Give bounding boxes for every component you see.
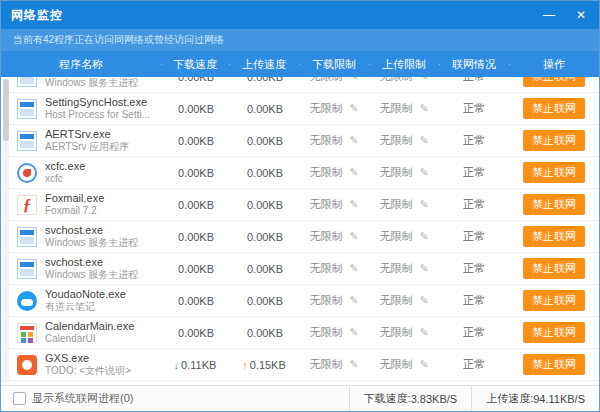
process-description: Windows 服务主进程 [45, 77, 138, 89]
scrollbar[interactable] [3, 79, 9, 383]
operation-cell: 禁止联网 [509, 354, 599, 375]
edit-upload-limit-icon[interactable]: ✎ [419, 102, 428, 115]
upload-limit-cell: 无限制 ✎ [369, 229, 439, 244]
process-description: Foxmail 7.2 [45, 205, 104, 217]
ban-network-button[interactable]: 禁止联网 [523, 130, 585, 151]
upload-speed-value: 0.00KB [247, 295, 283, 307]
minimize-button[interactable]: — [541, 1, 557, 29]
process-description: Windows 服务主进程 [45, 269, 138, 281]
ban-network-button[interactable]: 禁止联网 [523, 226, 585, 247]
close-button[interactable]: ✕ [573, 1, 589, 29]
checkbox-icon[interactable] [13, 392, 26, 405]
edit-upload-limit-icon[interactable]: ✎ [419, 358, 428, 371]
edit-upload-limit-icon[interactable]: ✎ [419, 198, 428, 211]
windows-icon [17, 77, 37, 87]
process-description: 有道云笔记 [45, 301, 126, 313]
process-description: CalendarUI [45, 333, 134, 345]
edit-download-limit-icon[interactable]: ✎ [349, 77, 358, 83]
edit-download-limit-icon[interactable]: ✎ [349, 230, 358, 243]
download-speed-label: 下载速度: [364, 391, 411, 406]
ban-network-button[interactable]: 禁止联网 [523, 77, 585, 87]
network-monitor-window: 网络监控 — ✕ 当前有42程序正在访问同网络或曾经访问过网络 程序名称 下载速… [0, 0, 600, 412]
edit-upload-limit-icon[interactable]: ✎ [419, 294, 428, 307]
operation-cell: 禁止联网 [509, 258, 599, 279]
upload-limit-value: 无限制 [379, 165, 412, 180]
upload-speed-value: 0.00KB [247, 199, 283, 211]
edit-download-limit-icon[interactable]: ✎ [349, 358, 358, 371]
ban-network-button[interactable]: 禁止联网 [523, 290, 585, 311]
download-limit-cell: 无限制 ✎ [299, 229, 369, 244]
network-status-value: 正常 [463, 101, 485, 116]
column-header-upload-speed: 上传速度 [229, 57, 299, 72]
download-limit-value: 无限制 [309, 293, 342, 308]
operation-cell: 禁止联网 [509, 98, 599, 119]
download-speed-stat: 下载速度: 3.83KB/S [349, 386, 472, 411]
process-table-body: svchost.exe Windows 服务主进程 0.00KB 0.00KB … [1, 77, 599, 381]
download-limit-value: 无限制 [309, 325, 342, 340]
process-description: Host Process for Setti... [45, 109, 150, 121]
download-speed-value: 3.83KB/S [411, 393, 457, 405]
network-status-value: 正常 [463, 133, 485, 148]
upload-speed-value: 0.00KB [247, 263, 283, 275]
program-cell: YoudaoNote.exe 有道云笔记 [1, 288, 161, 313]
program-cell: xcfc.exe xcfc [1, 160, 161, 185]
ban-network-button[interactable]: 禁止联网 [523, 162, 585, 183]
ban-network-button[interactable]: 禁止联网 [523, 258, 585, 279]
edit-download-limit-icon[interactable]: ✎ [349, 262, 358, 275]
upload-limit-value: 无限制 [379, 293, 412, 308]
edit-download-limit-icon[interactable]: ✎ [349, 134, 358, 147]
network-status-cell: 正常 [439, 325, 509, 340]
download-speed-cell: ↓ 0.11KB [161, 359, 229, 371]
table-row: GXS.exe TODO: <文件说明> ↓ 0.11KB ↑ 0.15KB 无… [1, 349, 599, 381]
show-system-processes-checkbox[interactable]: 显示系统联网进程(0) [1, 391, 133, 406]
upload-speed-cell: 0.00KB [229, 327, 299, 339]
edit-download-limit-icon[interactable]: ✎ [349, 102, 358, 115]
column-header-download-limit: 下载限制 [299, 57, 369, 72]
network-status-value: 正常 [463, 77, 485, 84]
titlebar: 网络监控 — ✕ [1, 1, 599, 29]
ban-network-button[interactable]: 禁止联网 [523, 98, 585, 119]
download-speed-value: 0.00KB [178, 295, 214, 307]
program-cell: CalendarMain.exe CalendarUI [1, 320, 161, 345]
edit-upload-limit-icon[interactable]: ✎ [419, 134, 428, 147]
download-speed-value: 0.00KB [178, 199, 214, 211]
network-status-value: 正常 [463, 165, 485, 180]
download-speed-value: 0.00KB [178, 231, 214, 243]
edit-download-limit-icon[interactable]: ✎ [349, 294, 358, 307]
edit-download-limit-icon[interactable]: ✎ [349, 198, 358, 211]
process-name: GXS.exe [45, 352, 131, 365]
download-limit-value: 无限制 [309, 357, 342, 372]
edit-download-limit-icon[interactable]: ✎ [349, 166, 358, 179]
download-speed-value: 0.00KB [178, 327, 214, 339]
upload-speed-cell: 0.00KB [229, 263, 299, 275]
download-speed-value: 0.00KB [178, 263, 214, 275]
table-header: 程序名称 下载速度 上传速度 下载限制 上传限制 联网情况 操作 [1, 51, 599, 77]
ban-network-button[interactable]: 禁止联网 [523, 194, 585, 215]
upload-speed-stat: 上传速度: 94.11KB/S [471, 386, 599, 411]
upload-speed-cell: 0.00KB [229, 199, 299, 211]
edit-upload-limit-icon[interactable]: ✎ [419, 77, 428, 83]
edit-upload-limit-icon[interactable]: ✎ [419, 230, 428, 243]
edit-upload-limit-icon[interactable]: ✎ [419, 262, 428, 275]
operation-cell: 禁止联网 [509, 162, 599, 183]
operation-cell: 禁止联网 [509, 322, 599, 343]
scrollbar-thumb[interactable] [3, 79, 9, 141]
info-bar: 当前有42程序正在访问同网络或曾经访问过网络 [1, 29, 599, 51]
process-name: Foxmail.exe [45, 192, 104, 205]
download-speed-cell: 0.00KB [161, 231, 229, 243]
ban-network-button[interactable]: 禁止联网 [523, 322, 585, 343]
upload-speed-cell: ↑ 0.15KB [229, 359, 299, 371]
program-cell: svchost.exe Windows 服务主进程 [1, 77, 161, 89]
window-controls: — ✕ [541, 1, 589, 29]
download-limit-value: 无限制 [309, 261, 342, 276]
upload-limit-cell: 无限制 ✎ [369, 197, 439, 212]
network-status-cell: 正常 [439, 77, 509, 84]
edit-upload-limit-icon[interactable]: ✎ [419, 326, 428, 339]
upload-limit-value: 无限制 [379, 101, 412, 116]
table-row: AERTSrv.exe AERTSrv 应用程序 0.00KB 0.00KB 无… [1, 125, 599, 157]
edit-upload-limit-icon[interactable]: ✎ [419, 166, 428, 179]
process-name: svchost.exe [45, 224, 138, 237]
ban-network-button[interactable]: 禁止联网 [523, 354, 585, 375]
network-status-cell: 正常 [439, 133, 509, 148]
edit-download-limit-icon[interactable]: ✎ [349, 326, 358, 339]
